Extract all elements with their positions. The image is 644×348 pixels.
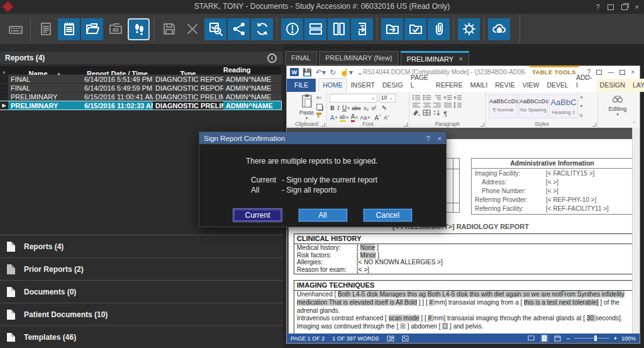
open-folder-document-icon[interactable] — [81, 18, 103, 40]
tab-design[interactable]: DESIG — [379, 79, 407, 92]
style-heading1[interactable]: AaBbC Heading 1 — [549, 94, 578, 118]
styles-scroll-up-icon[interactable]: ▲ — [579, 94, 584, 99]
word-close-icon[interactable]: × — [631, 69, 635, 76]
page-indicator[interactable]: PAGE 1 OF 2 — [291, 335, 325, 342]
settings-gear-icon[interactable] — [458, 18, 480, 40]
style-normal[interactable]: AaBbCcDc ¶ Normal — [489, 94, 518, 118]
align-left-icon[interactable] — [412, 102, 421, 108]
sidebar-item-templates[interactable]: Templates (46) — [0, 325, 283, 348]
tab-preliminary[interactable]: PRELIMINARY× — [401, 51, 469, 65]
word-count[interactable]: 1 OF 397 WORDS — [332, 335, 379, 342]
close-icon[interactable]: × — [635, 3, 639, 11]
tab-mailings[interactable]: MAILI — [467, 79, 491, 92]
help-icon[interactable]: ? — [596, 3, 599, 11]
superscript-button[interactable]: x² — [372, 105, 377, 111]
copy-icon[interactable] — [316, 104, 323, 110]
folder-checklist-icon[interactable] — [104, 18, 126, 40]
touch-mode-icon[interactable]: ☝▾ — [340, 69, 353, 76]
qat-customize-icon[interactable]: ⌄ — [357, 69, 363, 76]
zoom-slider[interactable] — [574, 338, 609, 339]
proofing-status-icon[interactable] — [387, 335, 394, 342]
collapse-ribbon-icon[interactable]: ˆ — [633, 121, 635, 127]
align-right-icon[interactable] — [433, 102, 441, 108]
tab-developer[interactable]: DEVEL — [543, 79, 572, 92]
sidebar-item-documents[interactable]: Documents (0) — [0, 280, 283, 303]
tab-home[interactable]: HOME — [318, 78, 347, 92]
table-row[interactable]: PRELIMINARY 6/15/2016 11:00:41 AM DIAGNO… — [0, 93, 281, 101]
restore-icon[interactable] — [621, 4, 628, 10]
save-icon[interactable]: 💾 — [303, 69, 312, 76]
save-icon[interactable] — [158, 18, 180, 40]
tab-view[interactable]: VIEW — [519, 79, 543, 92]
increase-indent-icon[interactable] — [453, 94, 462, 101]
align-center-icon[interactable] — [423, 102, 431, 108]
document-import-icon[interactable] — [351, 18, 373, 40]
change-case-icon[interactable]: Aa — [360, 115, 367, 121]
ribbon-options-icon[interactable] — [596, 70, 602, 75]
show-paragraph-marks-icon[interactable]: ¶ — [444, 111, 447, 118]
table-row-selected[interactable]: ▶ PRELIMINARY 6/15/2016 11:02:33 AM DIAG… — [0, 101, 281, 109]
bullets-icon[interactable] — [412, 94, 421, 101]
read-mode-icon[interactable] — [527, 335, 536, 342]
format-painter-icon[interactable] — [316, 113, 321, 118]
shrink-font-icon[interactable]: Aˇ — [384, 115, 389, 121]
strikethrough-button[interactable]: abc — [352, 105, 361, 111]
tab-table-design[interactable]: DESIGN — [596, 79, 629, 92]
numbering-icon[interactable] — [423, 94, 431, 101]
split-vertical-icon[interactable] — [328, 18, 350, 40]
clipboard-launcher-icon[interactable] — [321, 123, 325, 126]
delete-icon[interactable] — [181, 18, 203, 40]
sort-icon[interactable] — [433, 109, 441, 116]
split-horizontal-icon[interactable] — [304, 18, 326, 40]
decrease-indent-icon[interactable] — [443, 94, 452, 101]
tab-addins[interactable]: ADD-I — [572, 71, 596, 92]
sidebar-item-patient-documents[interactable]: Patient Documents (10) — [0, 303, 283, 325]
font-name-combo[interactable]: ⌄ — [330, 94, 377, 103]
tab-page-layout[interactable]: PAGE L — [407, 71, 432, 92]
zoom-level[interactable]: 100% — [621, 335, 636, 342]
font-launcher-icon[interactable] — [404, 123, 408, 126]
alert-icon[interactable] — [281, 18, 303, 40]
zoom-out-icon[interactable]: – — [567, 335, 570, 342]
bold-button[interactable]: B — [330, 104, 335, 111]
borders-icon[interactable] — [423, 109, 431, 116]
font-size-combo[interactable]: 10⌄ — [379, 94, 396, 103]
current-button[interactable]: Current — [233, 208, 282, 222]
tab-review[interactable]: REVIE — [491, 79, 519, 92]
collapse-panel-icon[interactable]: ‹ — [267, 53, 277, 63]
close-tab-icon[interactable]: × — [458, 55, 463, 64]
word-app-icon[interactable]: W — [290, 68, 299, 76]
cloud-upload-icon[interactable] — [488, 18, 510, 40]
sidebar-item-reports[interactable]: Reports (4) — [0, 235, 283, 257]
styles-scroll-down-icon[interactable]: ▼ — [579, 104, 584, 108]
justify-icon[interactable] — [443, 102, 452, 108]
tab-file[interactable]: FILE — [287, 79, 316, 92]
print-layout-icon[interactable] — [540, 335, 549, 342]
line-spacing-icon[interactable] — [453, 102, 462, 108]
table-row[interactable]: FINAL 6/14/2016 5:51:49 PM DIAGNOSTIC RE… — [0, 75, 281, 83]
shading-icon[interactable] — [412, 109, 421, 116]
grow-font-icon[interactable]: Aˆ — [375, 115, 381, 121]
document-scrollbar[interactable] — [632, 128, 640, 334]
tab-insert[interactable]: INSERT — [347, 79, 379, 92]
clear-formatting-icon[interactable]: ✎ — [382, 104, 387, 111]
dialog-help-icon[interactable]: ? — [426, 135, 430, 142]
all-button[interactable]: All — [298, 208, 348, 222]
word-document-icon[interactable] — [35, 18, 57, 40]
fullscreen-icon[interactable] — [608, 4, 614, 10]
tab-references[interactable]: REFERE — [432, 79, 467, 92]
undo-icon[interactable]: ↶▾ — [316, 69, 326, 76]
dialog-close-icon[interactable]: × — [438, 135, 441, 142]
redo-icon[interactable]: ↻ — [330, 69, 336, 76]
macro-recorder-icon[interactable] — [402, 335, 409, 342]
styles-more-icon[interactable]: ⚙ — [579, 113, 584, 118]
text-effects-icon[interactable]: A — [330, 115, 335, 121]
cancel-button[interactable]: Cancel — [363, 208, 413, 222]
notepad-report-icon[interactable] — [58, 18, 80, 40]
underline-button[interactable]: U — [342, 104, 347, 111]
share-icon[interactable] — [228, 18, 250, 40]
style-no-spacing[interactable]: AaBbCcDc No Spacing — [519, 94, 548, 118]
tab-final[interactable]: FINAL — [285, 51, 317, 65]
folder-approve-icon[interactable] — [404, 18, 426, 40]
folder-export-icon[interactable] — [381, 18, 403, 40]
